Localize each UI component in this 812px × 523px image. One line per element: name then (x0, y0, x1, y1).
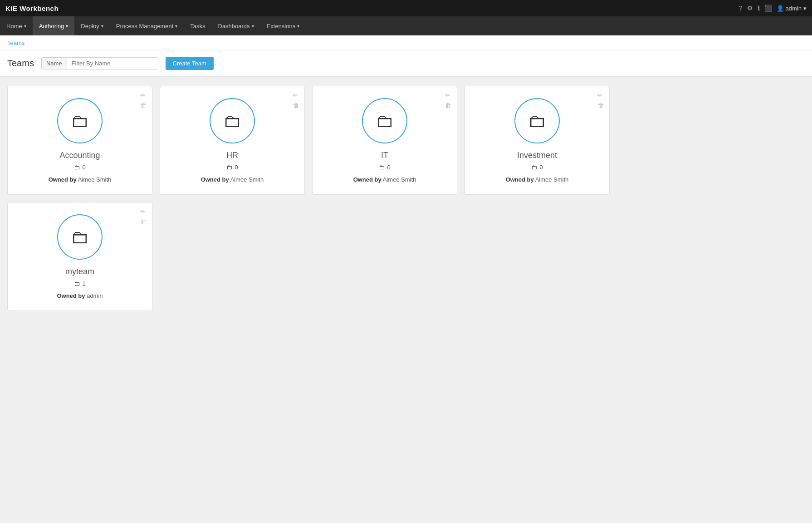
team-count-it: 🗀 0 (379, 164, 390, 171)
avatar-it: 🗀 (362, 98, 407, 143)
avatar-accounting: 🗀 (57, 98, 103, 143)
team-owner-investment: Owned by Aimee Smith (506, 176, 569, 183)
team-card-hr: ✏ 🗑 🗀 HR 🗀 0 Owned by Aimee Smith (160, 86, 305, 195)
edit-icon-investment[interactable]: ✏ (597, 92, 604, 99)
folder-icon-hr: 🗀 (223, 111, 241, 131)
owner-name-val-investment: Aimee Smith (535, 176, 569, 183)
settings-icon[interactable]: ⚙ (747, 5, 753, 12)
team-count-myteam: 🗀 1 (74, 280, 85, 287)
team-owner-accounting: Owned by Aimee Smith (49, 176, 112, 183)
user-chevron-icon: ▾ (803, 5, 807, 12)
delete-icon-hr[interactable]: 🗑 (293, 102, 299, 109)
nav-chevron-home: ▾ (24, 24, 26, 29)
team-card-investment: ✏ 🗑 🗀 Investment 🗀 0 Owned by Aimee Smit… (465, 86, 610, 195)
nav-label-process-management: Process Management (116, 23, 173, 30)
nav-label-dashboards: Dashboards (218, 23, 250, 30)
nav-chevron-deploy: ▾ (101, 24, 103, 29)
breadcrumb-link[interactable]: Teams (7, 39, 24, 46)
nav-item-authoring[interactable]: Authoring ▾ (33, 16, 75, 35)
avatar-myteam: 🗀 (57, 214, 103, 260)
owner-name-val-it: Aimee Smith (383, 176, 416, 183)
delete-icon-myteam[interactable]: 🗑 (140, 218, 147, 225)
delete-icon-accounting[interactable]: 🗑 (140, 102, 147, 109)
nav-item-deploy[interactable]: Deploy ▾ (74, 16, 109, 35)
owner-prefix-myteam: Owned by (57, 292, 85, 299)
team-name-investment: Investment (517, 151, 557, 160)
delete-icon-investment[interactable]: 🗑 (597, 102, 604, 109)
nav-chevron-dashboards: ▾ (252, 24, 254, 29)
edit-icon-myteam[interactable]: ✏ (140, 208, 147, 215)
nav-chevron-extensions: ▾ (297, 24, 299, 29)
filter-label: Name (42, 58, 67, 69)
camera-icon[interactable]: ⬛ (764, 5, 772, 12)
teams-container: ✏ 🗑 🗀 Accounting 🗀 0 Owned by Aimee Smit… (0, 77, 812, 320)
edit-icon-it[interactable]: ✏ (445, 92, 451, 99)
delete-icon-it[interactable]: 🗑 (445, 102, 451, 109)
filter-input[interactable] (67, 58, 158, 69)
avatar-hr: 🗀 (210, 98, 255, 143)
owner-name-val-hr: Aimee Smith (230, 176, 264, 183)
filter-group: Name (41, 57, 158, 69)
card-actions-myteam: ✏ 🗑 (140, 208, 147, 225)
team-owner-hr: Owned by Aimee Smith (201, 176, 264, 183)
count-value-investment: 0 (539, 164, 543, 171)
nav-label-home: Home (6, 23, 22, 30)
navbar: Home ▾ Authoring ▾ Deploy ▾ Process Mana… (0, 16, 812, 35)
teams-row-1: ✏ 🗑 🗀 Accounting 🗀 0 Owned by Aimee Smit… (7, 86, 805, 195)
team-count-hr: 🗀 0 (226, 164, 238, 171)
edit-icon-hr[interactable]: ✏ (293, 92, 299, 99)
nav-chevron-process-management: ▾ (175, 24, 177, 29)
nav-chevron-authoring: ▾ (66, 24, 68, 29)
teams-row-2: ✏ 🗑 🗀 myteam 🗀 1 Owned by admin (7, 202, 805, 311)
team-name-it: IT (381, 151, 388, 160)
nav-label-authoring: Authoring (39, 23, 64, 30)
owner-name-val-myteam: admin (87, 292, 103, 299)
count-value-hr: 0 (235, 164, 238, 171)
avatar-investment: 🗀 (514, 98, 560, 143)
team-owner-myteam: Owned by admin (57, 292, 103, 299)
team-name-myteam: myteam (65, 267, 94, 276)
count-folder-icon-accounting: 🗀 (74, 164, 80, 171)
create-team-button[interactable]: Create Team (166, 57, 214, 70)
user-label: admin (786, 5, 802, 12)
user-menu[interactable]: 👤 admin ▾ (777, 5, 807, 12)
page-header: Teams Name Create Team (0, 50, 812, 77)
owner-prefix-hr: Owned by (201, 176, 229, 183)
nav-label-extensions: Extensions (267, 23, 296, 30)
app-logo: KIE Workbench (5, 5, 59, 12)
nav-label-deploy: Deploy (81, 23, 99, 30)
count-folder-icon-myteam: 🗀 (74, 280, 80, 287)
card-actions-it: ✏ 🗑 (445, 92, 451, 109)
nav-label-tasks: Tasks (190, 23, 205, 30)
nav-item-home[interactable]: Home ▾ (0, 16, 33, 35)
folder-icon-myteam: 🗀 (71, 227, 89, 247)
team-card-accounting: ✏ 🗑 🗀 Accounting 🗀 0 Owned by Aimee Smit… (7, 86, 152, 195)
nav-item-process-management[interactable]: Process Management ▾ (110, 16, 184, 35)
count-folder-icon-it: 🗀 (379, 164, 385, 171)
count-value-accounting: 0 (82, 164, 85, 171)
card-actions-investment: ✏ 🗑 (597, 92, 604, 109)
count-folder-icon-investment: 🗀 (531, 164, 537, 171)
owner-prefix-investment: Owned by (506, 176, 534, 183)
info-icon[interactable]: ℹ (758, 5, 760, 12)
nav-item-extensions[interactable]: Extensions ▾ (260, 16, 306, 35)
folder-icon-accounting: 🗀 (71, 111, 89, 131)
count-value-myteam: 1 (82, 280, 85, 287)
team-owner-it: Owned by Aimee Smith (353, 176, 416, 183)
nav-item-tasks[interactable]: Tasks (184, 16, 211, 35)
topbar-icons: ? ⚙ ℹ ⬛ 👤 admin ▾ (739, 5, 807, 12)
team-card-it: ✏ 🗑 🗀 IT 🗀 0 Owned by Aimee Smith (312, 86, 457, 195)
folder-icon-investment: 🗀 (528, 111, 546, 131)
page-title: Teams (7, 58, 34, 69)
count-value-it: 0 (387, 164, 390, 171)
nav-item-dashboards[interactable]: Dashboards ▾ (212, 16, 260, 35)
count-folder-icon-hr: 🗀 (226, 164, 232, 171)
owner-prefix-accounting: Owned by (49, 176, 77, 183)
breadcrumb: Teams (0, 35, 812, 50)
owner-name-val-accounting: Aimee Smith (78, 176, 112, 183)
user-icon: 👤 (777, 5, 784, 12)
owner-prefix-it: Owned by (353, 176, 382, 183)
help-icon[interactable]: ? (739, 5, 743, 12)
team-count-accounting: 🗀 0 (74, 164, 85, 171)
edit-icon-accounting[interactable]: ✏ (140, 92, 147, 99)
